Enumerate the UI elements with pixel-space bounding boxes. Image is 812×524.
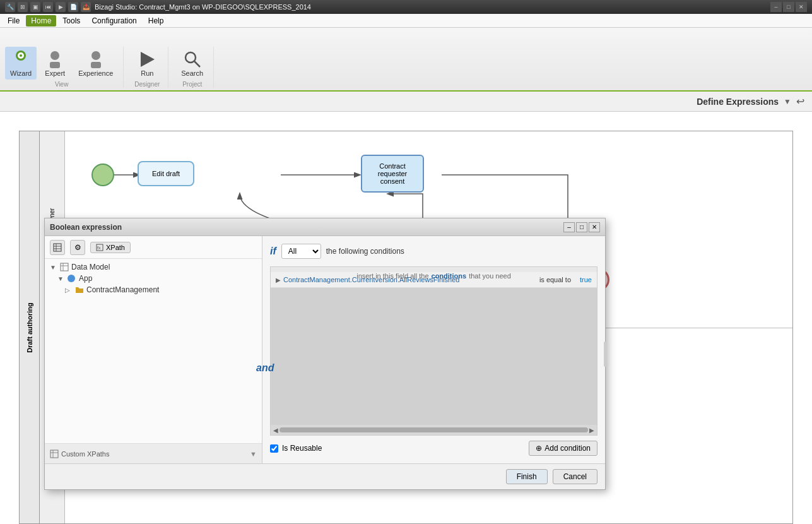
svg-rect-6: [91, 62, 101, 68]
svg-rect-25: [61, 263, 68, 271]
dialog-overlay: Boolean expression – □ ✕ ⚙: [0, 92, 812, 524]
dialog-tree: ▼ Data Model ▼ App ▷: [45, 259, 262, 443]
and-label-container: and: [256, 362, 274, 374]
expert-button[interactable]: Expert: [39, 47, 71, 80]
run-icon: [137, 49, 157, 69]
xpath-button[interactable]: fx XPath: [90, 242, 131, 253]
project-group-label: Project: [182, 81, 202, 88]
add-condition-label: Add condition: [544, 444, 591, 453]
wizard-button[interactable]: Wizard: [5, 47, 37, 80]
all-dropdown[interactable]: All Any None: [281, 244, 321, 259]
tb-icon6: 📤: [81, 2, 91, 12]
scroll-thumb[interactable]: [279, 427, 588, 432]
tb-icon3: ⏮: [43, 2, 53, 12]
hint-that-need: that you need: [469, 272, 511, 280]
window-title: Bizagi Studio: Contract_Mgmt3 on WP-DIEG…: [95, 3, 311, 11]
tree-app[interactable]: ▼ App: [47, 273, 259, 284]
cancel-button[interactable]: Cancel: [553, 469, 597, 484]
wizard-icon: [11, 49, 31, 69]
tree-contract-management[interactable]: ▷ ContractManagement: [47, 284, 259, 295]
tree-data-model[interactable]: ▼ Data Model: [47, 261, 259, 273]
expert-label: Expert: [45, 69, 65, 77]
ribbon-group-view: Wizard Expert Experience View: [5, 47, 124, 88]
designer-group-items: Run: [131, 47, 163, 80]
search-ribbon-icon: [182, 49, 203, 69]
ribbon-content: Wizard Expert Experience View: [0, 44, 812, 90]
expert-icon: [45, 49, 65, 69]
title-bar-icons: 🔧 ⊠ ▣ ⏮ ▶ 📄 📤: [5, 2, 91, 12]
search-button[interactable]: Search: [176, 47, 208, 80]
hint-conditions: conditions: [432, 272, 467, 280]
run-button[interactable]: Run: [131, 47, 163, 80]
svg-rect-28: [50, 450, 58, 458]
title-bar-controls[interactable]: – □ ✕: [770, 2, 807, 12]
main-area: Define Expressions ▼ ↩ No Yes: [0, 92, 812, 524]
dialog-footer: Finish Cancel: [45, 463, 605, 489]
tree-toggle-contract: ▷: [65, 287, 73, 294]
hint-insert: insert in this field all the: [356, 272, 428, 280]
close-window[interactable]: ✕: [796, 2, 807, 12]
wizard-label: Wizard: [10, 69, 32, 77]
scroll-left-icon[interactable]: ◀: [272, 427, 279, 434]
xpath-label: XPath: [106, 244, 125, 251]
add-condition-button[interactable]: ⊕ Add condition: [529, 441, 597, 456]
dialog-minimize[interactable]: –: [563, 222, 575, 232]
menu-file[interactable]: File: [3, 15, 25, 27]
custom-xpaths-icon: [50, 450, 59, 458]
menu-help[interactable]: Help: [143, 15, 169, 27]
boolean-expression-dialog: Boolean expression – □ ✕ ⚙: [44, 218, 606, 490]
experience-label: Experience: [78, 69, 113, 77]
folder-icon: [75, 285, 84, 294]
dialog-left-footer[interactable]: Custom XPaths ▼: [45, 443, 262, 463]
svg-marker-7: [141, 52, 155, 67]
finish-button[interactable]: Finish: [506, 469, 548, 484]
svg-rect-19: [54, 244, 61, 251]
tree-contract-management-label: ContractManagement: [86, 285, 159, 294]
custom-xpaths-expand: ▼: [250, 450, 257, 458]
svg-line-9: [194, 61, 200, 67]
tree-app-label: App: [79, 274, 92, 283]
tb-icon2: ▣: [30, 2, 40, 12]
dialog-maximize[interactable]: □: [576, 222, 587, 232]
scroll-right-icon[interactable]: ▶: [588, 427, 596, 434]
app-icon: 🔧: [5, 2, 15, 12]
svg-point-2: [20, 54, 22, 57]
menu-bar: File Home Tools Configuration Help: [0, 14, 812, 28]
dialog-title: Boolean expression: [50, 223, 122, 232]
tree-toggle-app: ▼: [57, 275, 65, 282]
ribbon: Wizard Expert Experience View: [0, 28, 812, 92]
table-tree-icon: [60, 263, 69, 271]
table-icon-btn[interactable]: [50, 240, 65, 255]
menu-configuration[interactable]: Configuration: [86, 15, 141, 27]
dialog-titlebar: Boolean expression – □ ✕: [45, 218, 605, 236]
menu-home[interactable]: Home: [26, 15, 56, 27]
settings-icon-btn[interactable]: ⚙: [70, 240, 85, 255]
svg-point-8: [185, 52, 196, 63]
is-reusable-checkbox[interactable]: [270, 444, 278, 453]
view-group-label: View: [55, 81, 69, 88]
dialog-body: ⚙ fx XPath ▼ Data Model: [45, 236, 605, 463]
add-condition-icon: ⊕: [536, 444, 542, 453]
custom-xpaths-label: Custom XPaths: [61, 450, 109, 458]
svg-point-5: [91, 51, 100, 60]
conditions-scrollbar[interactable]: ◀ ▶: [271, 425, 597, 435]
app-circle-icon: [68, 275, 75, 282]
bottom-row: Is Reusable ⊕ Add condition: [270, 441, 597, 456]
tree-toggle-data-model: ▼: [50, 264, 57, 271]
menu-tools[interactable]: Tools: [57, 15, 85, 27]
tree-data-model-label: Data Model: [71, 263, 110, 271]
dialog-close[interactable]: ✕: [589, 222, 600, 232]
minimize-window[interactable]: –: [770, 2, 782, 12]
following-conditions-label: the following conditions: [326, 247, 404, 256]
dialog-controls[interactable]: – □ ✕: [563, 222, 600, 232]
conditions-empty-area[interactable]: [271, 288, 597, 425]
dialog-right-panel: if All Any None the following conditions…: [262, 236, 605, 463]
experience-button[interactable]: Experience: [73, 47, 118, 80]
conditions-area[interactable]: insert in this field all the conditions …: [270, 266, 597, 436]
is-reusable-label[interactable]: Is Reusable: [270, 444, 322, 453]
dialog-left-panel: ⚙ fx XPath ▼ Data Model: [45, 236, 262, 463]
ribbon-group-designer: Run Designer: [131, 47, 168, 88]
maximize-window[interactable]: □: [783, 2, 794, 12]
tb-icon5: 📄: [68, 2, 78, 12]
svg-rect-4: [50, 62, 60, 68]
